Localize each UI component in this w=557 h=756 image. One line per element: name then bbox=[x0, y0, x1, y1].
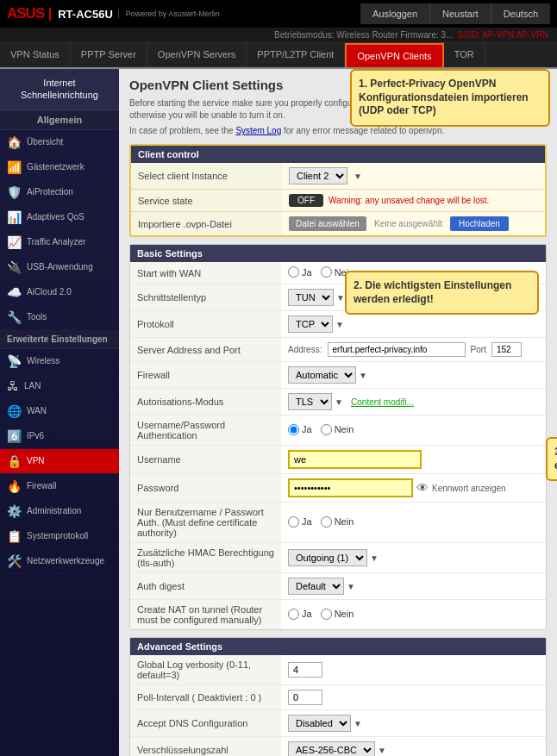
basic-settings-title: Basic Settings bbox=[130, 245, 546, 262]
unsaved-warning: Warning: any unsaved change will be lost… bbox=[329, 196, 489, 205]
sidebar-item-wireless[interactable]: 📡 Wireless bbox=[0, 349, 119, 374]
cloud-icon: ☁️ bbox=[7, 285, 22, 299]
no-file-text: Keine ausgewählt bbox=[374, 219, 442, 228]
vpn-icon: 🔒 bbox=[7, 454, 22, 468]
server-address-input[interactable] bbox=[328, 342, 466, 357]
client-instance-select[interactable]: Client 2 bbox=[289, 167, 347, 184]
upload-button[interactable]: Hochladen bbox=[450, 216, 509, 231]
restart-button[interactable]: Neustart bbox=[430, 3, 491, 24]
ipv6-icon: 6️⃣ bbox=[7, 429, 22, 443]
poll-interval-label: Poll-Intervall ( Deaktiviert : 0 ) bbox=[130, 685, 281, 710]
sidebar-item-administration[interactable]: ⚙️ Administration bbox=[0, 499, 119, 524]
tab-tor[interactable]: TOR bbox=[444, 43, 485, 67]
merlin-badge: Powered by Asuswrt-Merlin bbox=[118, 9, 220, 18]
nur-username-label: Nur Benutzername / Passwort Auth. (Must … bbox=[130, 503, 281, 543]
sidebar-quick-setup[interactable]: Internet Schnelleinrichtung bbox=[0, 69, 119, 110]
hmac-label: Zusätzliche HMAC Berechtigung (tls-auth) bbox=[130, 543, 281, 573]
wrench-icon: 🔧 bbox=[7, 310, 22, 324]
shield-icon: 🛡️ bbox=[7, 185, 22, 199]
auth-digest-select[interactable]: Default bbox=[288, 578, 344, 595]
protocol-label: Protokoll bbox=[130, 311, 281, 338]
choose-file-button[interactable]: Datei auswählen bbox=[289, 216, 366, 231]
sidebar-item-netzwerkwerkzeuge[interactable]: 🛠️ Netzwerkwerkzeuge bbox=[0, 549, 119, 574]
tools-icon: 🛠️ bbox=[7, 554, 22, 568]
admin-icon: ⚙️ bbox=[7, 504, 22, 518]
poll-interval-input[interactable] bbox=[288, 690, 322, 705]
import-ovpn-label: Importiere .ovpn-Datei bbox=[131, 212, 282, 236]
nat-nein[interactable]: Nein bbox=[321, 609, 354, 620]
encryption-select[interactable]: AES-256-CBC bbox=[288, 741, 375, 756]
create-nat-label: Create NAT on tunnel (Router must be con… bbox=[130, 600, 281, 630]
sidebar-item-ipv6[interactable]: 6️⃣ IPv6 bbox=[0, 424, 119, 449]
nat-ja[interactable]: Ja bbox=[288, 609, 312, 620]
protocol-select[interactable]: TCP bbox=[288, 316, 333, 333]
tab-openvpn-clients[interactable]: OpenVPN Clients bbox=[345, 43, 443, 67]
sidebar-item-wan[interactable]: 🌐 WAN bbox=[0, 399, 119, 424]
server-port-input[interactable] bbox=[491, 342, 522, 357]
sidebar-item-adaptive-qos[interactable]: 📊 Adaptives QoS bbox=[0, 205, 119, 230]
client-control-title: Client control bbox=[131, 146, 545, 163]
sidebar-quick-label: Internet Schnelleinrichtung bbox=[21, 78, 98, 100]
username-label: Username bbox=[130, 446, 281, 474]
wireless-icon: 📡 bbox=[7, 354, 22, 368]
upauth-nein[interactable]: Nein bbox=[321, 424, 354, 435]
tab-vpn-status[interactable]: VPN Status bbox=[0, 43, 71, 67]
sidebar-section-advanced: Erweiterte Einstellungen bbox=[0, 330, 119, 349]
content-modify-link[interactable]: Content modifi... bbox=[351, 397, 414, 407]
hmac-select[interactable]: Outgoing (1) bbox=[288, 549, 367, 566]
client-control-section: Client control Select client Instance Cl… bbox=[129, 144, 547, 237]
advanced-settings-title: Advanced Settings bbox=[130, 638, 546, 655]
encryption-label: Verschlüsselungszahl bbox=[130, 737, 281, 757]
sidebar-item-usb[interactable]: 🔌 USB-Anwendung bbox=[0, 255, 119, 280]
system-log-link[interactable]: System Log bbox=[235, 126, 281, 135]
wifi-icon: 📶 bbox=[7, 160, 22, 174]
auth-digest-label: Auth digest bbox=[130, 573, 281, 600]
asus-logo: ASUS bbox=[7, 5, 44, 22]
eye-icon[interactable]: 👁 bbox=[416, 481, 429, 495]
sidebar-item-vpn[interactable]: 🔒 VPN bbox=[0, 449, 119, 474]
firewall-select[interactable]: Automatic bbox=[288, 366, 356, 384]
sidebar-item-tools[interactable]: 🔧 Tools bbox=[0, 305, 119, 330]
nuruser-nein[interactable]: Nein bbox=[321, 516, 354, 528]
start-with-wan-label: Start with WAN bbox=[130, 262, 281, 284]
auth-mode-label: Autorisations-Modus bbox=[130, 389, 281, 415]
router-model: RT-AC56U bbox=[49, 8, 113, 21]
username-password-auth-label: Username/Password Authentication bbox=[130, 415, 281, 446]
logout-button[interactable]: Ausloggen bbox=[360, 3, 430, 24]
sidebar-item-systemprotokoll[interactable]: 📋 Systemprotokoll bbox=[0, 524, 119, 549]
password-input[interactable] bbox=[288, 478, 413, 497]
sidebar-item-uebersicht[interactable]: 🏠 Übersicht bbox=[0, 130, 119, 155]
sidebar-item-firewall[interactable]: 🔥 Firewall bbox=[0, 474, 119, 499]
graph-icon: 📈 bbox=[7, 235, 22, 249]
callout-box-2: 2. Die wichtigsten Einstellungen werden … bbox=[345, 271, 539, 315]
upauth-ja[interactable]: Ja bbox=[288, 424, 312, 435]
global-log-input[interactable] bbox=[288, 662, 322, 678]
language-button[interactable]: Deutsch bbox=[491, 3, 550, 24]
interface-type-select[interactable]: TUN bbox=[288, 289, 334, 306]
sidebar-item-gaestenetzwerk[interactable]: 📶 Gästenetzwerk bbox=[0, 155, 119, 180]
sidebar-item-aiprotection[interactable]: 🛡️ AiProtection bbox=[0, 180, 119, 205]
callout-box-1: 1. Perfect-Privacy OpenVPN Konfiguration… bbox=[350, 69, 550, 127]
firewall-label: Firewall bbox=[130, 362, 281, 389]
advanced-settings-section: Advanced Settings Global Log verbosity (… bbox=[129, 637, 547, 756]
show-password-label[interactable]: Kennwort anzeigen bbox=[432, 484, 506, 493]
accept-dns-select[interactable]: Disabled bbox=[288, 715, 351, 732]
service-state-toggle[interactable]: OFF bbox=[289, 194, 323, 207]
sidebar-section-general: Allgemein bbox=[0, 110, 119, 130]
basic-settings-section: Basic Settings 2. Die wichtigsten Einste… bbox=[129, 244, 547, 630]
password-label: Password bbox=[130, 474, 281, 503]
start-wan-ja[interactable]: Ja bbox=[288, 266, 312, 278]
tab-openvpn-servers[interactable]: OpenVPN Servers bbox=[147, 43, 247, 67]
tab-pptp-l2tp[interactable]: PPTP/L2TP Client bbox=[247, 43, 345, 67]
sidebar-item-lan[interactable]: 🖧 LAN bbox=[0, 374, 119, 399]
fire-icon: 🔥 bbox=[7, 479, 22, 493]
sidebar-item-traffic-analyzer[interactable]: 📈 Traffic Analyzer bbox=[0, 230, 119, 255]
sidebar-item-aicloud[interactable]: ☁️ AiCloud 2.0 bbox=[0, 280, 119, 305]
accept-dns-label: Accept DNS Configuration bbox=[130, 710, 281, 737]
info-text: Betriebsmodus: Wireless Router Firmware:… bbox=[274, 30, 453, 40]
nuruser-ja[interactable]: Ja bbox=[288, 516, 312, 528]
username-input[interactable] bbox=[288, 450, 422, 469]
auth-mode-select[interactable]: TLS bbox=[288, 393, 332, 410]
tab-pptp-server[interactable]: PPTP Server bbox=[71, 43, 147, 67]
chart-icon: 📊 bbox=[7, 210, 22, 224]
